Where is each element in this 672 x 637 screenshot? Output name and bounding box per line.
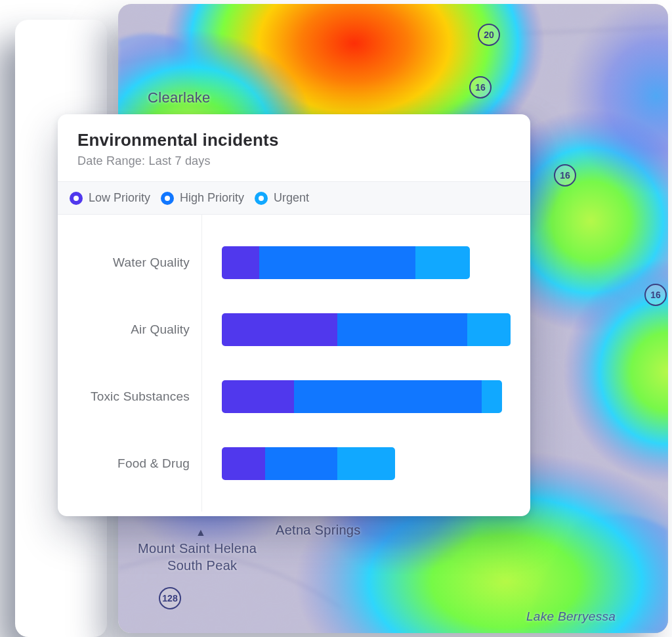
stacked-bar[interactable] <box>222 447 395 480</box>
chart-subtitle: Date Range: Last 7 days <box>77 154 511 168</box>
legend-label-low: Low Priority <box>89 191 150 205</box>
bar-segment-urgent <box>467 313 511 346</box>
bar-segment-low <box>222 380 294 413</box>
bar-row <box>222 444 511 483</box>
bar-row <box>222 377 511 416</box>
bar-segment-low <box>222 246 259 279</box>
bar-segment-low <box>222 447 265 480</box>
peak-icon: ▲ <box>196 527 206 538</box>
chart-bars-area <box>202 215 530 512</box>
bar-segment-low <box>222 313 337 346</box>
y-label: Food & Drug <box>58 444 190 483</box>
bar-row <box>222 310 511 349</box>
bar-segment-high <box>259 246 415 279</box>
legend-item-low[interactable]: Low Priority <box>70 191 150 205</box>
chart-header: Environmental incidents Date Range: Last… <box>58 114 530 181</box>
legend-radio-icon <box>161 192 174 205</box>
legend-label-urgent: Urgent <box>274 191 309 205</box>
chart-title: Environmental incidents <box>77 130 511 150</box>
y-label: Water Quality <box>58 243 190 282</box>
legend-label-high: High Priority <box>180 191 244 205</box>
stacked-bar[interactable] <box>222 380 502 413</box>
stacked-bar[interactable] <box>222 246 470 279</box>
bar-segment-urgent <box>337 447 395 480</box>
bar-segment-high <box>294 380 482 413</box>
legend-item-high[interactable]: High Priority <box>161 191 244 205</box>
legend-radio-icon <box>70 192 83 205</box>
legend-item-urgent[interactable]: Urgent <box>255 191 309 205</box>
bar-row <box>222 243 511 282</box>
y-label: Toxic Substances <box>58 377 190 416</box>
chart-legend: Low Priority High Priority Urgent <box>58 181 530 215</box>
chart-body: Water Quality Air Quality Toxic Substanc… <box>58 215 530 512</box>
chart-card: Environmental incidents Date Range: Last… <box>58 114 530 516</box>
bar-segment-urgent <box>482 380 502 413</box>
legend-radio-icon <box>255 192 268 205</box>
stacked-bar[interactable] <box>222 313 511 346</box>
chart-y-axis: Water Quality Air Quality Toxic Substanc… <box>58 215 202 512</box>
bar-segment-high <box>265 447 337 480</box>
bar-segment-urgent <box>415 246 471 279</box>
y-label: Air Quality <box>58 310 190 349</box>
bar-segment-high <box>337 313 467 346</box>
